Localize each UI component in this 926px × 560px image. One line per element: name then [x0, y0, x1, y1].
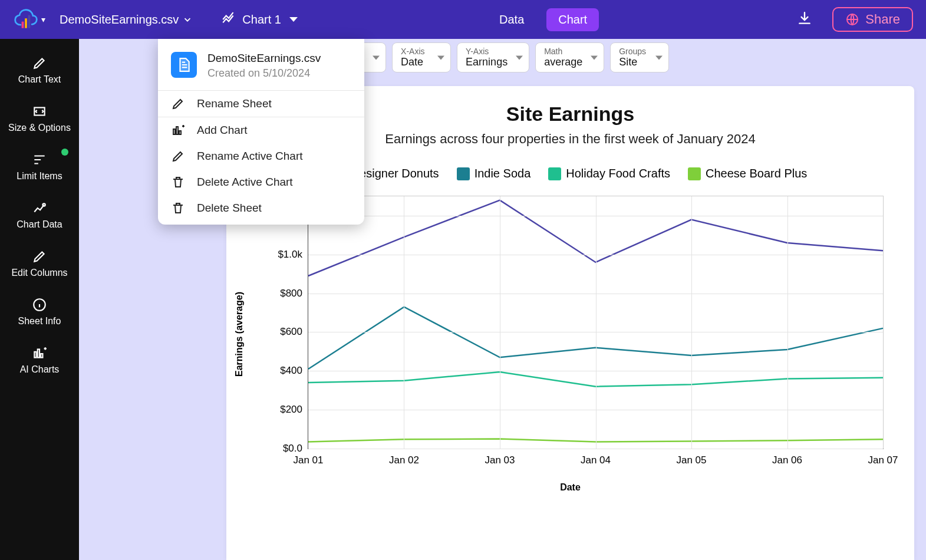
y-tick-label: $200: [280, 404, 308, 416]
bar-plus-icon: [32, 345, 47, 361]
bar-plus-icon: [171, 123, 185, 137]
file-name-dropdown[interactable]: DemoSiteEarnings.csv: [56, 11, 196, 29]
globe-icon: [845, 12, 859, 27]
chart-tab-dropdown[interactable]: Chart 1: [218, 9, 301, 29]
sidebar-item-limit-items[interactable]: Limit Items: [0, 143, 79, 191]
dropdown-value: Site: [619, 56, 647, 68]
sidebar-item-chart-text[interactable]: Chart Text: [0, 46, 79, 94]
dropdown-value: average: [544, 56, 582, 68]
menu-file-created: Created on 5/10/2024: [207, 67, 321, 80]
groups-dropdown[interactable]: Groups Site: [610, 42, 669, 73]
trash-icon: [171, 175, 185, 189]
file-context-menu: DemoSiteEarnings.csv Created on 5/10/202…: [158, 39, 364, 225]
badge-dot-icon: [61, 149, 68, 156]
menu-item-rename-sheet[interactable]: Rename Sheet: [158, 91, 364, 117]
menu-item-label: Rename Active Chart: [197, 150, 303, 163]
triangle-down-icon: [373, 55, 380, 60]
sidebar-item-label: Chart Data: [17, 219, 62, 230]
menu-item-label: Add Chart: [197, 124, 248, 137]
svg-point-5: [42, 203, 45, 206]
sidebar-item-label: Edit Columns: [11, 268, 67, 278]
menu-item-delete-sheet[interactable]: Delete Sheet: [158, 195, 364, 221]
menu-item-delete-active-chart[interactable]: Delete Active Chart: [158, 169, 364, 195]
pencil-icon: [32, 249, 47, 264]
share-label: Share: [865, 12, 900, 27]
file-name-label: DemoSiteEarnings.csv: [60, 13, 179, 27]
menu-file-name: DemoSiteEarnings.csv: [207, 52, 321, 65]
x-tick-label: Jan 05: [676, 449, 706, 466]
menu-item-label: Rename Sheet: [197, 97, 272, 110]
sidebar-item-label: Sheet Info: [18, 316, 61, 327]
dropdown-label: X-Axis: [401, 47, 429, 56]
download-icon: [797, 11, 812, 26]
x-axis-dropdown[interactable]: X-Axis Date: [392, 42, 451, 73]
svg-rect-11: [176, 127, 178, 134]
line-chart-icon: [221, 12, 236, 27]
sidebar-item-label: Chart Text: [18, 74, 61, 85]
legend-swatch: [548, 167, 561, 180]
svg-rect-8: [38, 350, 39, 358]
logo-dropdown-icon: ▾: [41, 15, 45, 24]
legend-item[interactable]: Cheese Board Plus: [688, 167, 807, 180]
y-axis-dropdown[interactable]: Y-Axis Earnings: [457, 42, 529, 73]
y-tick-label: $400: [280, 365, 308, 377]
pencil-icon: [171, 97, 185, 111]
legend-item[interactable]: Holiday Food Crafts: [548, 167, 670, 180]
share-button[interactable]: Share: [832, 7, 913, 32]
aspect-icon: [32, 104, 47, 119]
sort-icon: [32, 152, 47, 167]
info-icon: [32, 297, 47, 312]
trash-icon: [171, 201, 185, 215]
svg-rect-10: [173, 129, 175, 134]
svg-rect-0: [22, 22, 24, 28]
analytics-icon: [32, 200, 47, 216]
sidebar-item-ai-charts[interactable]: AI Charts: [0, 336, 79, 384]
x-tick-label: Jan 07: [868, 449, 898, 466]
triangle-down-icon: [591, 55, 598, 60]
legend-swatch: [457, 167, 470, 180]
sidebar-item-chart-data[interactable]: Chart Data: [0, 191, 79, 239]
legend-label: Holiday Food Crafts: [566, 167, 670, 180]
legend-label: Indie Soda: [474, 167, 531, 180]
pencil-icon: [171, 149, 185, 163]
download-button[interactable]: [797, 11, 812, 28]
sidebar-item-edit-columns[interactable]: Edit Columns: [0, 239, 79, 288]
tab-chart[interactable]: Chart: [546, 8, 599, 31]
chevron-down-icon: [182, 14, 193, 25]
sidebar-item-label: AI Charts: [20, 364, 60, 375]
triangle-down-icon: [437, 55, 444, 60]
legend-item[interactable]: Indie Soda: [457, 167, 531, 180]
sidebar-item-sheet-info[interactable]: Sheet Info: [0, 288, 79, 336]
x-tick-label: Jan 02: [389, 449, 419, 466]
legend-label: Cheese Board Plus: [706, 167, 807, 180]
dropdown-value: Earnings: [466, 56, 508, 68]
y-tick-label: $600: [280, 326, 308, 338]
app-logo[interactable]: ▾: [13, 6, 45, 32]
svg-rect-7: [34, 352, 36, 358]
menu-item-add-chart[interactable]: Add Chart: [158, 117, 364, 143]
math-dropdown[interactable]: Math average: [535, 42, 604, 73]
y-tick-label: $800: [280, 288, 308, 299]
svg-rect-2: [28, 15, 31, 28]
x-tick-label: Jan 01: [293, 449, 323, 466]
triangle-down-icon: [655, 55, 663, 60]
svg-rect-9: [41, 354, 42, 358]
sidebar-item-label: Size & Options: [8, 123, 71, 133]
svg-rect-12: [179, 131, 181, 134]
dropdown-label: Math: [544, 47, 582, 56]
x-tick-label: Jan 06: [772, 449, 802, 466]
sidebar-item-size-options[interactable]: Size & Options: [0, 94, 79, 143]
x-axis-title: Date: [243, 482, 898, 493]
svg-rect-1: [25, 18, 27, 28]
dropdown-label: Groups: [619, 47, 647, 56]
x-tick-label: Jan 03: [485, 449, 515, 466]
chart-tab-label: Chart 1: [242, 13, 281, 27]
top-bar: ▾ DemoSiteEarnings.csv Chart 1 Data Char…: [0, 0, 926, 39]
menu-item-rename-active-chart[interactable]: Rename Active Chart: [158, 143, 364, 169]
canvas-area: Chart Type Grouped Line X-Axis Date Y-Ax…: [79, 39, 926, 560]
left-sidebar: Chart Text Size & Options Limit Items Ch…: [0, 39, 79, 560]
legend-label: Designer Donuts: [351, 167, 439, 180]
legend-swatch: [688, 167, 701, 180]
tab-data[interactable]: Data: [487, 8, 536, 31]
sidebar-item-label: Limit Items: [17, 171, 62, 182]
